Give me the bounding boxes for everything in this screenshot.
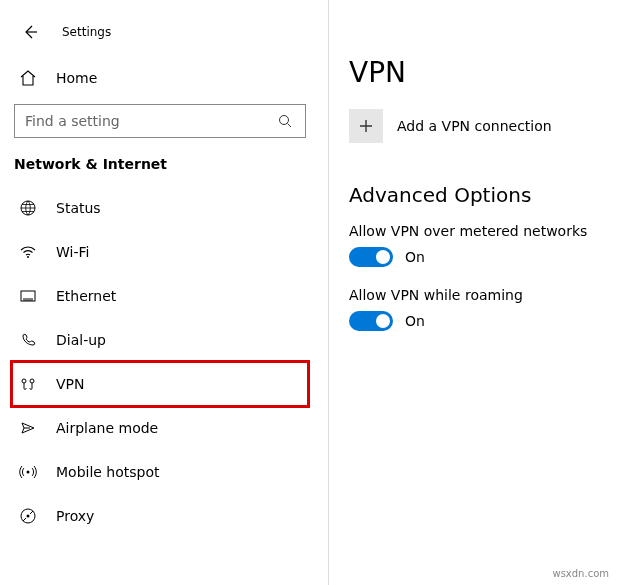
app-title: Settings — [62, 25, 111, 39]
sidebar-item-label: Wi-Fi — [56, 244, 89, 260]
home-icon — [18, 68, 38, 88]
category-label: Network & Internet — [12, 152, 308, 186]
svg-point-8 — [27, 515, 30, 518]
toggle-state: On — [405, 313, 425, 329]
svg-point-0 — [280, 116, 289, 125]
sidebar-item-mobile-hotspot[interactable]: Mobile hotspot — [12, 450, 308, 494]
sidebar-item-status[interactable]: Status — [12, 186, 308, 230]
sidebar-item-proxy[interactable]: Proxy — [12, 494, 308, 538]
svg-point-4 — [22, 379, 26, 383]
sidebar-item-label: Ethernet — [56, 288, 116, 304]
toggle-row: On — [349, 311, 605, 331]
nav-list: StatusWi-FiEthernetDial-upVPNAirplane mo… — [12, 186, 308, 538]
dialup-icon — [18, 330, 38, 350]
svg-point-2 — [27, 256, 29, 258]
back-button[interactable] — [20, 22, 40, 42]
page-title: VPN — [349, 56, 605, 89]
sidebar-item-airplane-mode[interactable]: Airplane mode — [12, 406, 308, 450]
add-vpn-connection[interactable]: Add a VPN connection — [349, 109, 605, 143]
search-input[interactable]: Find a setting — [14, 104, 306, 138]
setting-label: Allow VPN while roaming — [349, 287, 605, 303]
toggle-row: On — [349, 247, 605, 267]
setting-allow-vpn-over-metered-networks: Allow VPN over metered networksOn — [349, 223, 605, 267]
sidebar-item-dial-up[interactable]: Dial-up — [12, 318, 308, 362]
advanced-options-title: Advanced Options — [349, 183, 605, 207]
sidebar-item-vpn[interactable]: VPN — [12, 362, 308, 406]
sidebar: Settings Home Find a setting Network & I… — [0, 0, 320, 585]
sidebar-item-label: VPN — [56, 376, 85, 392]
sidebar-item-label: Dial-up — [56, 332, 106, 348]
status-icon — [18, 198, 38, 218]
plus-icon — [358, 118, 374, 134]
window-header: Settings — [12, 20, 308, 60]
toggle-state: On — [405, 249, 425, 265]
toggle-switch[interactable] — [349, 247, 393, 267]
proxy-icon — [18, 506, 38, 526]
search-placeholder: Find a setting — [25, 113, 120, 129]
settings-list: Allow VPN over metered networksOnAllow V… — [349, 223, 605, 331]
search-icon — [275, 111, 295, 131]
sidebar-item-label: Mobile hotspot — [56, 464, 160, 480]
toggle-switch[interactable] — [349, 311, 393, 331]
svg-point-5 — [30, 379, 34, 383]
sidebar-item-ethernet[interactable]: Ethernet — [12, 274, 308, 318]
home-label: Home — [56, 70, 97, 86]
wifi-icon — [18, 242, 38, 262]
ethernet-icon — [18, 286, 38, 306]
airplane-icon — [18, 418, 38, 438]
sidebar-item-wi-fi[interactable]: Wi-Fi — [12, 230, 308, 274]
attribution: wsxdn.com — [552, 568, 609, 579]
add-button[interactable] — [349, 109, 383, 143]
hotspot-icon — [18, 462, 38, 482]
main-panel: VPN Add a VPN connection Advanced Option… — [329, 0, 621, 585]
vpn-icon — [18, 374, 38, 394]
svg-point-6 — [27, 471, 30, 474]
sidebar-home[interactable]: Home — [12, 60, 308, 100]
sidebar-item-label: Airplane mode — [56, 420, 158, 436]
back-arrow-icon — [20, 22, 40, 42]
add-vpn-label: Add a VPN connection — [397, 118, 552, 134]
setting-allow-vpn-while-roaming: Allow VPN while roamingOn — [349, 287, 605, 331]
setting-label: Allow VPN over metered networks — [349, 223, 605, 239]
sidebar-item-label: Proxy — [56, 508, 94, 524]
sidebar-item-label: Status — [56, 200, 101, 216]
